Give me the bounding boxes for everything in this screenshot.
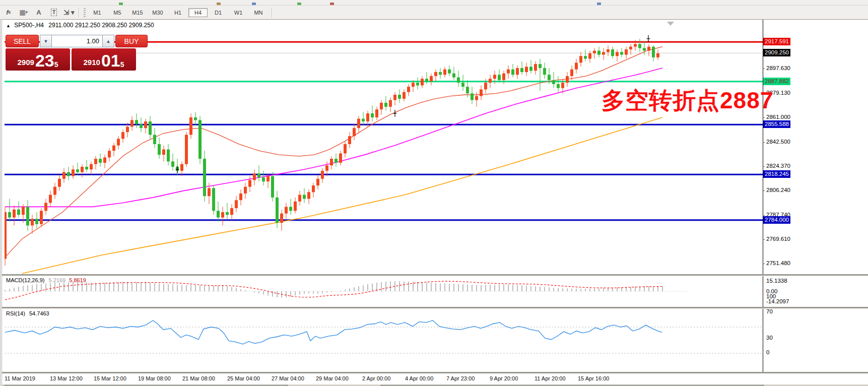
macd-value-signal: 5.8619 [69,277,86,283]
macd-label: MACD(12,26,9) 5.2169 5.8619 [6,277,86,283]
timeframe-button-m1[interactable]: M1 [88,8,107,17]
time-axis-label: 15 Mar 12:00 [94,375,126,381]
time-axis-label: 21 Mar 08:00 [182,375,215,381]
timeframe-button-h4[interactable]: H4 [188,8,208,17]
volume-up-button[interactable]: ▲ [102,35,114,47]
buy-price-display[interactable]: 2910015 [72,48,136,71]
rsi-scale-label: 0 [765,349,771,356]
volume-down-button[interactable]: ▼ [40,35,52,47]
panel-divider[interactable] [2,307,868,309]
sell-price-sup: 5 [54,60,58,69]
macd-scale-label: 15.1338 [765,277,789,285]
rsi-name: RSI(14) [6,310,25,316]
mt4-terminal: fE▦FAT⇲ ▾ M1M5M15M30H1H4D1W1MN ▲ SP500-,… [0,0,868,386]
timeframe-button-m15[interactable]: M15 [128,8,147,17]
buy-button[interactable]: BUY [115,35,148,47]
time-axis-label: 27 Mar 04:00 [272,375,304,381]
clipped-icon [597,3,601,5]
drawing-tools-group: fE▦FAT⇲ ▾ [0,7,76,18]
timeframe-button-d1[interactable]: D1 [209,8,228,17]
panel-divider[interactable] [2,274,868,276]
rsi-panel[interactable] [5,309,763,372]
time-axis[interactable]: 11 Mar 201913 Mar 12:0015 Mar 12:0019 Ma… [2,373,868,384]
sell-price-display[interactable]: 2909235 [6,48,70,71]
chart-title: ▲ SP500-,H4 2911.000 2912.250 2908.250 2… [6,22,154,29]
toolbar-separator [272,8,272,18]
clipped-icon [217,3,221,5]
ohlc-values: 2911.000 2912.250 2908.250 2909.250 [48,22,154,29]
time-axis-label: 11 Mar 2019 [5,375,35,381]
volume-stepper: ▼ ▲ [40,35,114,47]
time-axis-label: 9 Apr 20:00 [490,375,518,381]
macd-value-main: 5.2169 [48,277,65,283]
chart-shift-marker-icon[interactable] [667,22,674,26]
sell-button[interactable]: SELL [6,35,39,47]
rsi-scale-label: 100 [765,293,777,300]
buy-price-main: 2910 [84,56,100,69]
timeframe-button-m5[interactable]: M5 [108,8,127,17]
price-tick-label: 2769.610 [765,235,792,243]
timeframe-button-w1[interactable]: W1 [229,8,248,17]
macd-name: MACD(12,26,9) [6,277,44,283]
sell-price-main: 2909 [18,56,34,69]
price-tick-label: 2824.370 [765,162,792,170]
price-tick-label: 2842.500 [765,138,792,146]
time-axis-label: 29 Mar 04:00 [316,375,349,381]
time-axis-label: 7 Apr 23:00 [446,375,475,381]
clipped-icon [252,3,256,5]
price-level-label: 2887.882 [763,78,790,85]
clipped-icon [330,3,334,5]
time-axis-label: 15 Apr 16:00 [578,375,609,381]
sell-price-big: 23 [35,52,54,69]
time-axis-label: 13 Mar 12:00 [50,375,83,381]
price-level-label: 2784.000 [763,216,790,224]
price-level-label: 2909.250 [763,49,790,56]
price-tick-label: 2806.240 [765,186,792,194]
panel-divider [2,372,868,374]
symbol-label: SP500-,H4 [14,22,44,29]
timeframe-button-mn[interactable]: MN [249,8,268,17]
timeframe-button-m30[interactable]: M30 [148,8,167,17]
price-level-label: 2917.591 [763,38,790,45]
time-axis-label: 25 Mar 04:00 [227,375,260,381]
rsi-label: RSI(14) 54.7463 [6,310,49,316]
buy-price-sup: 5 [120,60,124,69]
textbox-icon[interactable]: T [47,7,60,18]
rsi-scale-label: 70 [765,308,774,315]
indicators-icon[interactable]: fE [2,7,15,18]
toolbar-separator [79,8,79,18]
chart-toolbar: fE▦FAT⇲ ▾ M1M5M15M30H1H4D1W1MN [0,6,868,20]
timeframe-button-h1[interactable]: H1 [168,8,187,17]
time-axis-label: 11 Apr 20:00 [535,375,566,381]
collapse-arrow-icon[interactable]: ▲ [6,23,11,28]
price-tick-label: 2897.630 [765,65,792,72]
cursor-tools-icon[interactable]: ⇲ ▾ [62,7,76,18]
price-axis-line [763,20,763,373]
timeframe-group: M1M5M15M30H1H4D1W1MN [87,8,269,17]
price-level-label: 2818.245 [763,170,790,178]
one-click-trading-panel: SELL ▼ ▲ BUY 2909235 2910015 [6,35,149,71]
time-axis-label: 4 Apr 00:00 [405,375,433,381]
chart-annotation-text: 多空转折点2887 [602,85,773,116]
clipped-icon [297,3,301,5]
toolbar-drag-handle[interactable] [84,8,86,17]
price-tick-label: 2751.480 [765,260,792,267]
clipped-icon [119,3,123,5]
time-axis-label: 19 Mar 08:00 [138,375,171,381]
buy-price-big: 01 [101,52,120,69]
clipped-toolbar-row [0,0,868,6]
volume-input[interactable] [52,35,102,47]
rsi-scale-label: 30 [765,334,774,342]
time-axis-label: 2 Apr 00:00 [362,375,390,381]
rsi-value: 54.7463 [29,310,49,316]
price-level-label: 2855.588 [763,120,790,128]
text-a-icon[interactable]: A [32,7,45,18]
chart-window[interactable]: ▲ SP500-,H4 2911.000 2912.250 2908.250 2… [0,19,868,386]
macd-panel[interactable] [5,276,763,307]
grid-f-icon[interactable]: ▦F [17,7,30,18]
